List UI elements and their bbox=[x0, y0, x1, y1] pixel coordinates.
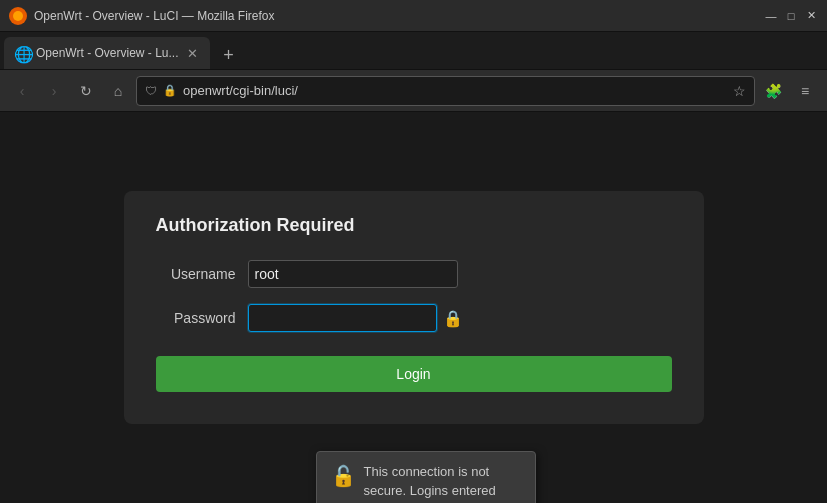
minimize-button[interactable]: — bbox=[763, 8, 779, 24]
nav-right-icons: 🧩 ≡ bbox=[759, 77, 819, 105]
bookmark-star-icon[interactable]: ☆ bbox=[733, 83, 746, 99]
password-row: Password 🔒 bbox=[156, 304, 672, 332]
extensions-button[interactable]: 🧩 bbox=[759, 77, 787, 105]
active-tab[interactable]: 🌐 OpenWrt - Overview - Lu... ✕ bbox=[4, 37, 210, 69]
window-title: OpenWrt - Overview - LuCI — Mozilla Fire… bbox=[34, 9, 275, 23]
username-input[interactable] bbox=[248, 260, 458, 288]
tooltip-lock-icon: 🔓 bbox=[331, 464, 356, 488]
address-input[interactable] bbox=[183, 83, 727, 98]
address-bar-container: 🛡 🔒 ☆ bbox=[136, 76, 755, 106]
title-bar: OpenWrt - Overview - LuCI — Mozilla Fire… bbox=[0, 0, 827, 32]
back-button[interactable]: ‹ bbox=[8, 77, 36, 105]
tab-label: OpenWrt - Overview - Lu... bbox=[36, 46, 178, 60]
lock-icon: 🔒 bbox=[163, 84, 177, 97]
main-content: Authorization Required Username Password… bbox=[0, 112, 827, 503]
shield-icon: 🛡 bbox=[145, 84, 157, 98]
security-tooltip: 🔓 This connection is not secure. Logins … bbox=[316, 451, 536, 503]
password-input-wrapper: 🔒 bbox=[248, 304, 437, 332]
username-row: Username bbox=[156, 260, 672, 288]
username-label: Username bbox=[156, 266, 236, 282]
tab-favicon-icon: 🌐 bbox=[14, 45, 30, 61]
close-button[interactable]: ✕ bbox=[803, 8, 819, 24]
password-input[interactable] bbox=[248, 304, 437, 332]
menu-button[interactable]: ≡ bbox=[791, 77, 819, 105]
maximize-button[interactable]: □ bbox=[783, 8, 799, 24]
insecure-warning-icon: 🔒 bbox=[443, 309, 463, 328]
title-bar-controls: — □ ✕ bbox=[763, 8, 819, 24]
home-button[interactable]: ⌂ bbox=[104, 77, 132, 105]
password-label: Password bbox=[156, 310, 236, 326]
nav-bar: ‹ › ↻ ⌂ 🛡 🔒 ☆ 🧩 ≡ bbox=[0, 70, 827, 112]
auth-title: Authorization Required bbox=[156, 215, 672, 236]
title-bar-left: OpenWrt - Overview - LuCI — Mozilla Fire… bbox=[8, 6, 275, 26]
tab-bar: 🌐 OpenWrt - Overview - Lu... ✕ + bbox=[0, 32, 827, 70]
login-button-row: Login bbox=[156, 356, 672, 392]
reload-button[interactable]: ↻ bbox=[72, 77, 100, 105]
firefox-logo-icon bbox=[8, 6, 28, 26]
auth-dialog: Authorization Required Username Password… bbox=[124, 191, 704, 424]
new-tab-button[interactable]: + bbox=[214, 41, 242, 69]
tab-close-button[interactable]: ✕ bbox=[184, 45, 200, 61]
svg-point-1 bbox=[13, 11, 23, 21]
login-button[interactable]: Login bbox=[156, 356, 672, 392]
forward-button[interactable]: › bbox=[40, 77, 68, 105]
